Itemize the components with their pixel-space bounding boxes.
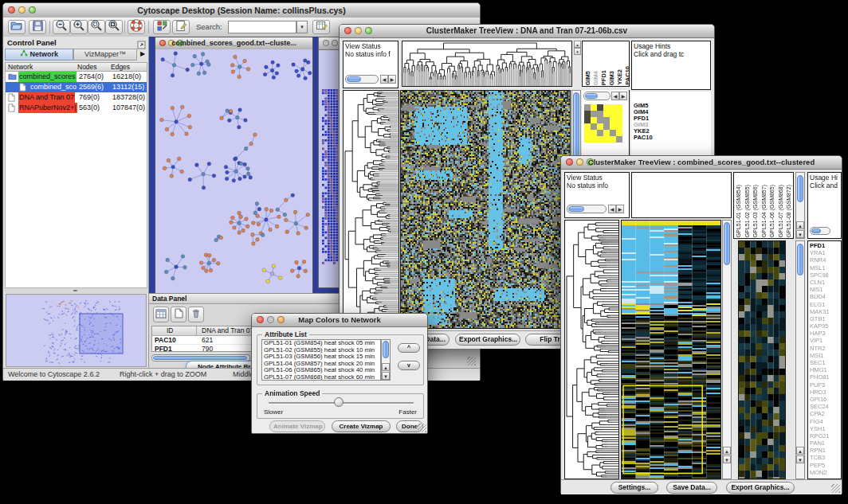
gene-label[interactable]: PAN1	[808, 440, 830, 447]
gene-label[interactable]: MAK31	[808, 308, 830, 315]
scroll-down-icon[interactable]: ▼	[723, 455, 731, 463]
delete-attribute-button[interactable]	[188, 307, 204, 322]
annotation-button[interactable]	[172, 20, 190, 34]
attribute-list-vscrollbar[interactable]: ▲ ▼	[381, 339, 391, 381]
zoom-vscrollbar[interactable]: ▲ ▼	[795, 240, 805, 479]
panel-divider[interactable]	[5, 288, 147, 293]
node-browser-tab-button[interactable]	[153, 307, 169, 322]
gene-label[interactable]: PFD1	[808, 242, 830, 249]
scroll-up-icon[interactable]: ▲	[382, 363, 390, 371]
scroll-right-icon[interactable]: ▶	[619, 92, 627, 100]
treeview1-titlebar[interactable]: ClusterMaker TreeView : DNA and Tran 07-…	[340, 25, 714, 38]
vizmapper-button[interactable]	[153, 20, 171, 34]
scroll-up-icon[interactable]: ▲	[796, 447, 804, 455]
settings-button[interactable]: Settings...	[610, 482, 658, 494]
scroll-thumb[interactable]	[153, 356, 247, 360]
gene-label[interactable]: SPC98	[808, 272, 830, 279]
main-titlebar[interactable]: Cytoscape Desktop (Session Name: collins…	[3, 3, 480, 18]
column-labels-vscrollbar[interactable]: ▲ ▼	[795, 172, 805, 239]
gene-label[interactable]: BUD4	[808, 293, 830, 300]
move-up-button[interactable]: ^	[398, 343, 420, 353]
zoom-fit-button[interactable]	[105, 20, 123, 34]
gene-label[interactable]: NTR2	[808, 345, 830, 352]
heatmap-canvas[interactable]	[622, 221, 720, 479]
heatmap-canvas[interactable]	[401, 91, 570, 328]
heatmap-panel[interactable]	[621, 220, 721, 479]
column-dendrogram-panel[interactable]	[402, 41, 572, 87]
animate-vizmap-button[interactable]: Animate Vizmap	[269, 420, 325, 432]
move-down-button[interactable]: v	[398, 361, 420, 370]
search-dropdown-button[interactable]: ▼	[296, 21, 308, 33]
scroll-left-icon[interactable]: ◀	[608, 205, 616, 213]
scroll-thumb[interactable]	[811, 229, 821, 233]
open-file-button[interactable]	[8, 20, 26, 34]
gene-label[interactable]: PHO81	[808, 373, 830, 381]
scroll-down-icon[interactable]: ▾	[574, 48, 581, 55]
row-dendrogram-canvas[interactable]	[344, 91, 398, 328]
column-dendrogram-canvas[interactable]	[402, 41, 571, 86]
attribute-list-item[interactable]: GPL51-07 (GSM868) heat shock 60 min	[262, 374, 380, 381]
gene-label[interactable]: YSH1	[808, 425, 830, 432]
gene-label[interactable]: RPO21	[808, 432, 830, 440]
network-list-row[interactable]: RNAPuberNov2+|563(0)107847(0)	[6, 103, 147, 113]
gene-label[interactable]: HAP3	[808, 330, 830, 337]
gene-label[interactable]: GPI16	[808, 396, 830, 403]
heatmap-vscrollbar[interactable]: ▲ ▼	[722, 220, 732, 479]
scroll-left-icon[interactable]: ◀	[611, 92, 619, 100]
gene-label[interactable]: TCB3	[808, 454, 830, 461]
gene-label[interactable]: MON2	[808, 469, 830, 476]
view-status-hscrollbar[interactable]	[345, 75, 379, 84]
gene-label[interactable]: PEP5	[808, 462, 830, 469]
new-attribute-button[interactable]	[171, 307, 186, 322]
gene-label[interactable]: PUF3	[808, 381, 830, 389]
network-table-header[interactable]: Network Nodes Edges	[5, 62, 147, 72]
scroll-down-icon[interactable]: ▼	[796, 230, 804, 238]
matrix-hscrollbar[interactable]	[583, 92, 610, 100]
gene-label[interactable]: VIP1	[808, 337, 830, 344]
heatmap-panel[interactable]	[400, 90, 571, 329]
gene-label[interactable]: MSL1	[808, 264, 830, 272]
scroll-down-icon[interactable]: ▼	[796, 455, 804, 463]
gene-label[interactable]: RPN1	[808, 447, 830, 454]
zoom-heatmap-panel[interactable]	[738, 240, 786, 479]
gene-label[interactable]: GTB1	[808, 315, 830, 322]
scroll-right-icon[interactable]: ▶	[616, 205, 624, 213]
scroll-right-icon[interactable]: ▶	[388, 75, 396, 84]
gene-label[interactable]: SEC24	[808, 403, 830, 410]
gene-label[interactable]: CPA2	[808, 410, 830, 417]
save-data-button[interactable]: Save Data...	[666, 482, 717, 494]
gene-label[interactable]: MSI1	[808, 352, 830, 359]
row-dendrogram-panel[interactable]	[343, 90, 399, 329]
resize-grip[interactable]	[831, 484, 840, 493]
dialog-titlebar[interactable]: Map Colors to Network	[252, 314, 427, 327]
network-list-row[interactable]: combined_sco2569(6)13112(15)	[6, 82, 147, 92]
network-list-row[interactable]: DNA and Tran 07769(0)183728(0)	[6, 92, 147, 103]
gene-label[interactable]: YRA1	[808, 249, 830, 256]
gene-label[interactable]: RNR4	[808, 256, 830, 264]
scroll-down-icon[interactable]: ▼	[382, 372, 390, 380]
scroll-left-icon[interactable]: ◀	[380, 75, 388, 84]
export-graphics-button[interactable]: Export Graphics...	[726, 482, 795, 494]
gene-label[interactable]: HMG1	[808, 366, 830, 373]
export-graphics-button[interactable]: Export Graphics...	[455, 334, 520, 346]
save-button[interactable]	[29, 20, 46, 34]
zoom-heatmap-canvas[interactable]	[739, 241, 785, 479]
resize-grip[interactable]	[418, 424, 426, 432]
row-dendrogram-canvas[interactable]	[565, 221, 618, 479]
gene-label[interactable]: SEC1	[808, 359, 830, 366]
resize-grip[interactable]	[467, 357, 476, 365]
zoom-out-button[interactable]	[53, 20, 70, 34]
row-dendrogram-panel[interactable]	[564, 220, 619, 479]
scroll-up-icon[interactable]: ▴	[574, 41, 581, 48]
tab-vizmapper[interactable]: VizMapper™	[73, 49, 137, 61]
help-button[interactable]	[128, 20, 145, 34]
usage-hints-hscrollbar[interactable]	[810, 227, 830, 235]
tab-network[interactable]: Network	[5, 49, 73, 61]
scroll-thumb[interactable]	[347, 76, 361, 82]
create-vizmap-button[interactable]: Create Vizmap	[332, 420, 391, 432]
gene-label[interactable]: NIS1	[808, 286, 830, 293]
scroll-thumb[interactable]	[568, 206, 584, 212]
scroll-up-icon[interactable]: ▲	[796, 221, 804, 229]
correlation-matrix-canvas[interactable]	[584, 104, 622, 143]
gene-label[interactable]: CLN1	[808, 279, 830, 286]
